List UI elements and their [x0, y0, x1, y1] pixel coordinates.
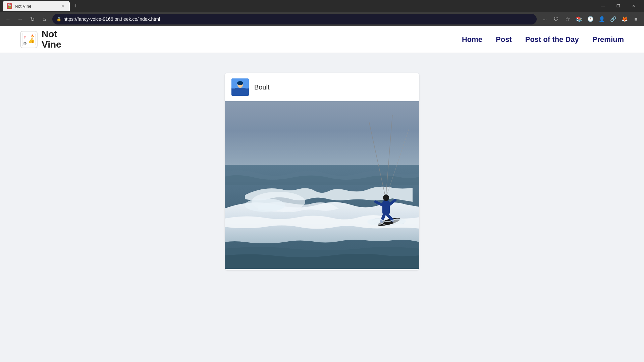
- logo-text: Not Vine: [42, 29, 61, 50]
- forward-button[interactable]: →: [15, 14, 25, 24]
- svg-point-17: [245, 198, 285, 212]
- tab-close-button[interactable]: ✕: [60, 3, 66, 9]
- site-nav: Home Post Post of the Day Premium: [462, 35, 624, 44]
- browser-chrome: 🍃 Not Vine ✕ + — ❐ ✕ ← → ↻ ⌂ 🔒: [0, 0, 644, 26]
- svg-point-29: [392, 219, 406, 224]
- svg-text:💬: 💬: [23, 42, 26, 45]
- forward-icon: →: [17, 16, 23, 22]
- svg-point-23: [383, 194, 389, 201]
- logo-name-line1: Not: [42, 29, 61, 40]
- nav-premium[interactable]: Premium: [592, 35, 624, 44]
- post-avatar: [231, 78, 249, 96]
- svg-text:#: #: [24, 36, 26, 40]
- bookmarks-button[interactable]: 📚: [574, 14, 584, 24]
- logo-name-line2: Vine: [42, 40, 61, 50]
- site-header: # 👍 💬 🔥 Not Vine Home Post Post of the D…: [0, 26, 644, 53]
- bookmarks-icon: 📚: [576, 16, 582, 22]
- svg-rect-13: [225, 101, 419, 175]
- back-button[interactable]: ←: [3, 14, 13, 24]
- bookmark-star-button[interactable]: ☆: [562, 14, 573, 24]
- address-bar[interactable]: [63, 16, 533, 22]
- browser-titlebar: 🍃 Not Vine ✕ + — ❐ ✕: [0, 0, 644, 12]
- page-content: # 👍 💬 🔥 Not Vine Home Post Post of the D…: [0, 26, 644, 362]
- more-icon: ···: [543, 16, 547, 22]
- hamburger-icon: ≡: [635, 16, 638, 22]
- post-image-container: [225, 101, 419, 270]
- minimize-button[interactable]: —: [595, 0, 610, 12]
- window-controls: — ❐ ✕: [595, 0, 641, 12]
- svg-rect-12: [243, 88, 246, 89]
- more-options-button[interactable]: ···: [539, 14, 550, 24]
- fox-icon-button[interactable]: 🦊: [619, 14, 630, 24]
- refresh-button[interactable]: ↻: [27, 14, 38, 24]
- browser-toolbar: ← → ↻ ⌂ 🔒 ··· 🛡 ☆ 📚: [0, 12, 644, 26]
- new-tab-button[interactable]: +: [71, 1, 80, 11]
- extensions-icon: 🔗: [610, 16, 616, 22]
- nav-post[interactable]: Post: [496, 35, 512, 44]
- account-icon: 👤: [599, 16, 605, 22]
- extensions-button[interactable]: 🔗: [608, 14, 619, 24]
- svg-point-9: [237, 81, 243, 85]
- maximize-button[interactable]: ❐: [610, 0, 626, 12]
- back-icon: ←: [5, 16, 11, 22]
- shield-button[interactable]: 🛡: [551, 14, 561, 24]
- account-button[interactable]: 👤: [596, 14, 607, 24]
- tab-favicon: 🍃: [7, 3, 12, 9]
- main-content: Boult: [0, 53, 644, 290]
- nav-post-of-day[interactable]: Post of the Day: [525, 35, 579, 44]
- svg-text:🔥: 🔥: [31, 34, 34, 38]
- site-logo[interactable]: # 👍 💬 🔥 Not Vine: [20, 29, 61, 50]
- post-username: Boult: [254, 83, 270, 91]
- history-icon: 🕐: [587, 16, 594, 22]
- shield-icon: 🛡: [554, 16, 559, 22]
- logo-icon: # 👍 💬 🔥: [20, 31, 38, 48]
- tab-title: Not Vine: [15, 4, 32, 9]
- browser-logo-icon: 🦊: [622, 16, 628, 22]
- nav-home[interactable]: Home: [462, 35, 482, 44]
- home-icon: ⌂: [43, 16, 46, 22]
- svg-rect-22: [382, 200, 390, 215]
- address-bar-container[interactable]: 🔒: [52, 14, 537, 24]
- browser-tab[interactable]: 🍃 Not Vine ✕: [3, 1, 70, 11]
- avatar-image: [231, 78, 249, 96]
- refresh-icon: ↻: [30, 16, 35, 22]
- svg-point-28: [367, 219, 384, 225]
- home-button[interactable]: ⌂: [39, 14, 50, 24]
- post-header: Boult: [225, 73, 419, 101]
- svg-text:👍: 👍: [28, 37, 35, 44]
- post-image: [225, 101, 419, 269]
- lock-icon: 🔒: [56, 17, 61, 21]
- svg-rect-11: [235, 88, 237, 89]
- star-icon: ☆: [566, 16, 570, 22]
- close-button[interactable]: ✕: [626, 0, 641, 12]
- post-card: Boult: [225, 73, 419, 270]
- history-button[interactable]: 🕐: [585, 14, 596, 24]
- menu-button[interactable]: ≡: [631, 14, 641, 24]
- toolbar-actions: ··· 🛡 ☆ 📚 🕐 👤 🔗 🦊: [539, 14, 641, 24]
- svg-rect-10: [237, 88, 244, 93]
